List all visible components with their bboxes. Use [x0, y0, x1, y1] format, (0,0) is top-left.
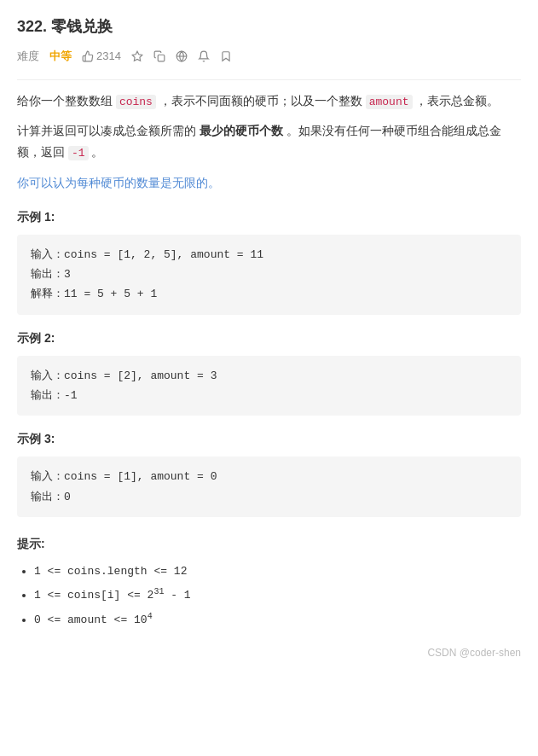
svg-rect-1 — [158, 55, 165, 61]
hint-item-3: 0 <= amount <= 104 — [34, 609, 521, 631]
hints-list: 1 <= coins.length <= 121 <= coins[i] <= … — [17, 561, 521, 631]
description-para2: 计算并返回可以凑成总金额所需的 最少的硬币个数 。如果没有任何一种硬币组合能组成… — [17, 120, 521, 164]
star-icon[interactable] — [131, 50, 143, 62]
example-3-title: 示例 3: — [17, 429, 521, 450]
meta-row: 难度 中等 2314 — [17, 47, 521, 66]
example-2-code: 输入：coins = [2], amount = 3输出：-1 — [17, 356, 521, 416]
example-2-title: 示例 2: — [17, 329, 521, 349]
divider — [17, 79, 521, 80]
difficulty-value: 中等 — [49, 47, 72, 66]
examples-container: 示例 1:输入：coins = [1, 2, 5], amount = 11输出… — [17, 207, 521, 517]
example-1-title: 示例 1: — [17, 207, 521, 228]
hint-item-2: 1 <= coins[i] <= 231 - 1 — [34, 584, 521, 606]
svg-marker-0 — [132, 51, 142, 61]
bell-icon[interactable] — [198, 50, 210, 62]
hint-item-1: 1 <= coins.length <= 12 — [34, 561, 521, 581]
description-para3: 你可以认为每种硬币的数量是无限的。 — [17, 172, 521, 194]
description-para1: 给你一个整数数组 coins ，表示不同面额的硬币；以及一个整数 amount … — [17, 90, 521, 112]
problem-title: 322. 零钱兑换 — [17, 14, 521, 40]
translate-icon[interactable] — [176, 50, 188, 62]
share-icon[interactable] — [153, 50, 165, 62]
hints-title: 提示: — [17, 534, 521, 555]
example-1-code: 输入：coins = [1, 2, 5], amount = 11输出：3解释：… — [17, 235, 521, 315]
likes-count: 2314 — [96, 47, 121, 66]
example-3-code: 输入：coins = [1], amount = 0输出：0 — [17, 457, 521, 517]
difficulty-label: 难度 — [17, 47, 39, 66]
likes-icon[interactable]: 2314 — [82, 47, 121, 66]
bookmark-icon[interactable] — [220, 50, 232, 62]
watermark: CSDN @coder-shen — [17, 644, 521, 661]
